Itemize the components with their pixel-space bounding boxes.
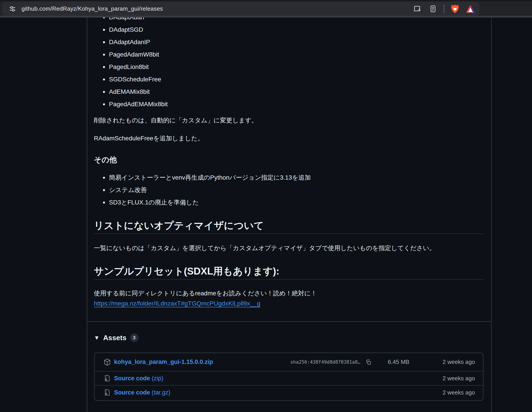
optimizer-name: PagedAdamW8bit [109,51,159,58]
asset-age: 2 weeks ago [443,375,475,382]
others-item: SD3とFLUX.1の廃止を準備した [109,198,199,207]
asset-row: Source code (zip) 2 weeks ago [95,371,483,385]
assets-toggle[interactable]: ▼ Assets 3 [94,331,139,344]
toolbar-separator [444,4,444,13]
file-zip-icon [104,375,111,382]
url-bar[interactable]: github.com/RedRayz/Kohya_lora_param_gui/… [2,2,479,16]
preset-link-wrap: https://mega.nz/folder/ILdnzaxT#gTGQmcPU… [94,299,484,308]
bat-triangle-icon[interactable] [466,4,475,14]
list-item: SD3とFLUX.1の廃止を準備した [94,196,484,209]
others-item: システム改善 [109,186,147,194]
chevron-down-icon: ▼ [94,334,100,341]
window-top-edge [0,0,532,1]
asset-age: 2 weeks ago [443,389,475,396]
assets-count-badge: 3 [130,333,139,342]
screenshot-root: DAdaptAdan DAdaptSGD DAdaptAdanIP PagedA… [0,0,532,412]
toolbar-bottom-strip [0,16,532,18]
list-item: PagedLion8bit [94,61,484,73]
list-item: DAdaptAdanIP [94,36,484,48]
browser-toolbar: github.com/RedRayz/Kohya_lora_param_gui/… [0,0,532,18]
asset-download-link[interactable]: kohya_lora_param_gui-1.15.0.0.zip [114,358,213,366]
assets-separator [87,321,491,322]
unlisted-paragraph: 一覧にないものは「カスタム」を選択してから「カスタムオプティマイザ」タブで使用し… [94,243,484,253]
list-item: AdEMAMix8bit [94,86,484,98]
source-code-ext: (tar.gz) [152,389,171,396]
preset-paragraph: 使用する前に同ディレクトリにあるreadmeをお読みください！読め！絶対に！ [94,289,484,298]
others-heading: その他 [94,155,484,165]
others-list: 簡易インストーラーとvenv再生成のPythonバージョン指定に3.13を追加 … [94,171,484,209]
laptop-download-icon[interactable] [413,4,422,14]
url-text[interactable]: github.com/RedRayz/Kohya_lora_param_gui/… [21,5,163,12]
optimizer-name: SGDScheduleFree [109,76,161,83]
heading-rule [94,233,484,234]
toolbar-actions [413,2,475,16]
optimizer-name: AdEMAMix8bit [109,88,150,95]
list-item: PagedAdEMAMix8bit [94,98,484,110]
asset-age: 2 weeks ago [424,358,475,366]
others-item: 簡易インストーラーとvenv再生成のPythonバージョン指定に3.13を追加 [109,174,311,182]
heading-rule [94,279,484,280]
asset-size: 6.45 MB [376,358,421,366]
list-item: PagedAdamW8bit [94,48,484,61]
copy-sha-button[interactable] [363,357,373,367]
source-code-label: Source code [114,389,150,396]
reader-mode-icon[interactable] [428,4,438,14]
package-icon [104,358,111,366]
assets-box: kohya_lora_param_gui-1.15.0.0.zip sha256… [94,353,483,401]
source-code-link[interactable]: Source code (zip) [114,375,163,382]
removed-note-paragraph: 削除されたものは、自動的に「カスタム」に変更します。 [94,116,484,125]
optimizer-name: PagedLion8bit [109,64,149,71]
tune-sliders-icon[interactable] [8,4,17,14]
list-item: 簡易インストーラーとvenv再生成のPythonバージョン指定に3.13を追加 [94,171,484,184]
source-code-label: Source code [114,375,150,382]
list-item: DAdaptSGD [94,24,484,36]
release-card: DAdaptAdan DAdaptSGD DAdaptAdanIP PagedA… [87,0,492,412]
radam-note-paragraph: RAdamScheduleFreeを追加しました。 [94,134,484,143]
optimizer-list: DAdaptAdan DAdaptSGD DAdaptAdanIP PagedA… [94,11,484,110]
asset-sha256: sha256:438f49d8d870381a0… [290,359,361,365]
optimizer-name: PagedAdEMAMix8bit [109,101,168,108]
asset-row: Source code (tar.gz) 2 weeks ago [95,385,483,399]
unlisted-heading: リストにないオプティマイザについて [94,220,484,231]
list-item: システム改善 [94,184,484,196]
preset-heading: サンプルプリセット(SDXL用もあります): [94,265,484,277]
brave-lion-icon[interactable] [450,4,460,14]
asset-row: kohya_lora_param_gui-1.15.0.0.zip sha256… [95,353,483,371]
assets-label: Assets [103,334,126,342]
source-code-ext: (zip) [152,375,164,382]
file-zip-icon [104,389,111,396]
source-code-link[interactable]: Source code (tar.gz) [114,389,171,396]
optimizer-name: DAdaptSGD [109,26,143,33]
optimizer-name: DAdaptAdanIP [109,39,150,46]
mega-folder-link[interactable]: https://mega.nz/folder/ILdnzaxT#gTGQmcPU… [94,300,260,307]
list-item: SGDScheduleFree [94,73,484,86]
